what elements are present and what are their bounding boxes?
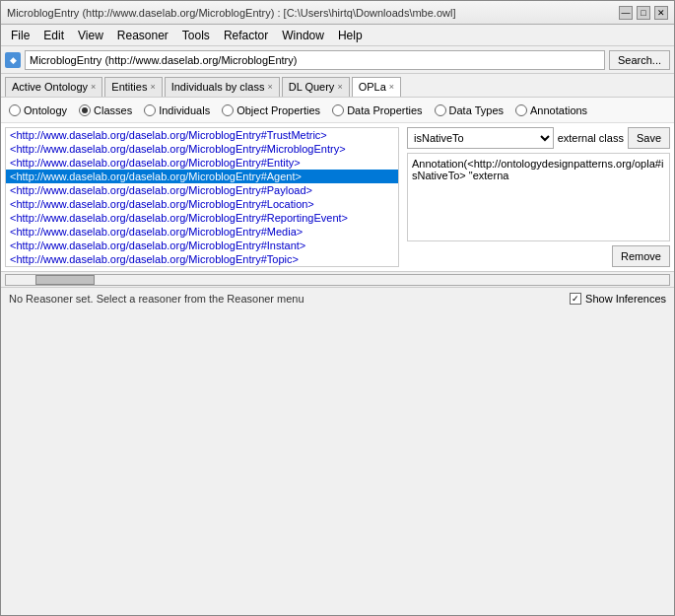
show-inferences-checkbox[interactable] xyxy=(570,293,581,305)
tab-active-ontology[interactable]: Active Ontology× xyxy=(5,77,102,97)
address-input[interactable] xyxy=(25,50,605,70)
address-bar: ◆ Search... xyxy=(1,46,674,74)
owl-list-item[interactable]: <http://www.daselab.org/daselab.org/Micr… xyxy=(6,225,398,239)
radio-circle xyxy=(79,104,91,116)
radio-label: Ontology xyxy=(24,104,67,116)
tab-close-icon[interactable]: × xyxy=(267,82,272,92)
tab-dl-query[interactable]: DL Query× xyxy=(282,77,350,97)
title-text: MicroblogEntry (http://www.daselab.org/M… xyxy=(7,7,455,19)
radio-circle xyxy=(222,104,234,116)
tab-label: Individuals by class xyxy=(171,81,265,93)
annotation-select[interactable]: isNativeTo xyxy=(407,127,554,149)
show-inferences: Show Inferences xyxy=(570,293,666,305)
menu-item-help[interactable]: Help xyxy=(332,27,369,44)
maximize-button[interactable]: □ xyxy=(637,6,650,20)
remove-button[interactable]: Remove xyxy=(612,245,670,267)
status-bar: No Reasoner set. Select a reasoner from … xyxy=(1,287,674,308)
radio-circle xyxy=(9,104,21,116)
radio-label: Object Properties xyxy=(236,104,320,116)
tab-label: Active Ontology xyxy=(12,81,88,93)
owl-list-item[interactable]: <http://www.daselab.org/daselab.org/Micr… xyxy=(6,197,398,211)
radio-individuals[interactable]: Individuals xyxy=(144,104,210,116)
radio-label: Individuals xyxy=(159,104,210,116)
radio-classes[interactable]: Classes xyxy=(79,104,132,116)
owl-list-item[interactable]: <http://www.daselab.org/daselab.org/Micr… xyxy=(6,156,398,170)
annotation-controls: isNativeTo external class Save xyxy=(407,127,670,149)
tabs: Active Ontology×Entities×Individuals by … xyxy=(1,74,674,98)
radio-circle xyxy=(435,104,446,116)
title-controls: — □ ✕ xyxy=(619,6,668,20)
menu-bar: FileEditViewReasonerToolsRefactorWindowH… xyxy=(1,25,674,46)
owl-list-item[interactable]: <http://www.daselab.org/daselab.org/Micr… xyxy=(6,252,398,266)
scrollbar-area[interactable] xyxy=(1,271,674,287)
tab-individuals-by-class[interactable]: Individuals by class× xyxy=(165,77,280,97)
right-panel: isNativeTo external class Save Remove xyxy=(403,123,674,271)
scrollbar-thumb[interactable] xyxy=(35,275,95,285)
radio-object-properties[interactable]: Object Properties xyxy=(222,104,320,116)
tab-close-icon[interactable]: × xyxy=(150,82,155,92)
title-bar: MicroblogEntry (http://www.daselab.org/M… xyxy=(1,1,674,25)
minimize-button[interactable]: — xyxy=(619,6,633,20)
radio-label: Annotations xyxy=(530,104,587,116)
radio-bar: OntologyClassesIndividualsObject Propert… xyxy=(1,98,674,123)
owl-list-panel: <http://www.daselab.org/daselab.org/Micr… xyxy=(5,127,399,267)
owl-list-item[interactable]: <http://www.daselab.org/daselab.org/Micr… xyxy=(6,239,398,252)
tab-close-icon[interactable]: × xyxy=(91,82,96,92)
tab-label: Entities xyxy=(111,81,147,93)
radio-label: Classes xyxy=(94,104,132,116)
tab-close-icon[interactable]: × xyxy=(337,82,342,92)
close-button[interactable]: ✕ xyxy=(654,6,668,20)
owl-list-item[interactable]: <http://www.daselab.org/daselab.org/Micr… xyxy=(6,211,398,225)
menu-item-view[interactable]: View xyxy=(72,27,109,44)
radio-ontology[interactable]: Ontology xyxy=(9,104,67,116)
radio-annotations[interactable]: Annotations xyxy=(515,104,587,116)
menu-item-refactor[interactable]: Refactor xyxy=(218,27,274,44)
search-button[interactable]: Search... xyxy=(609,50,670,70)
menu-item-file[interactable]: File xyxy=(5,27,35,44)
address-icon: ◆ xyxy=(5,52,21,68)
radio-circle xyxy=(515,104,527,116)
tab-opla[interactable]: OPLa× xyxy=(352,77,401,97)
radio-circle xyxy=(144,104,156,116)
address-icon-text: ◆ xyxy=(10,55,17,65)
annotation-textarea[interactable] xyxy=(407,153,670,241)
menu-item-tools[interactable]: Tools xyxy=(176,27,216,44)
tab-label: DL Query xyxy=(289,81,335,93)
radio-label: Data Properties xyxy=(347,104,422,116)
menu-item-window[interactable]: Window xyxy=(276,27,330,44)
radio-label: Data Types xyxy=(449,104,504,116)
split-area: <http://www.daselab.org/daselab.org/Micr… xyxy=(1,123,674,271)
radio-circle xyxy=(332,104,344,116)
external-class-label: external class xyxy=(558,132,624,144)
tab-label: OPLa xyxy=(359,81,386,93)
show-inferences-label: Show Inferences xyxy=(585,293,666,305)
owl-list-item[interactable]: <http://www.daselab.org/daselab.org/Micr… xyxy=(6,142,398,156)
owl-list-item[interactable]: <http://www.daselab.org/daselab.org/Micr… xyxy=(6,170,398,183)
save-button[interactable]: Save xyxy=(628,127,670,149)
radio-data-types[interactable]: Data Types xyxy=(435,104,504,116)
menu-item-reasoner[interactable]: Reasoner xyxy=(111,27,174,44)
radio-data-properties[interactable]: Data Properties xyxy=(332,104,422,116)
horizontal-scrollbar[interactable] xyxy=(5,274,670,286)
tab-close-icon[interactable]: × xyxy=(389,82,394,92)
owl-list-item[interactable]: <http://www.daselab.org/daselab.org/Micr… xyxy=(6,128,398,142)
menu-item-edit[interactable]: Edit xyxy=(37,27,70,44)
status-text: No Reasoner set. Select a reasoner from … xyxy=(9,293,304,305)
tab-entities[interactable]: Entities× xyxy=(104,77,162,97)
owl-list-item[interactable]: <http://www.daselab.org/daselab.org/Micr… xyxy=(6,183,398,197)
